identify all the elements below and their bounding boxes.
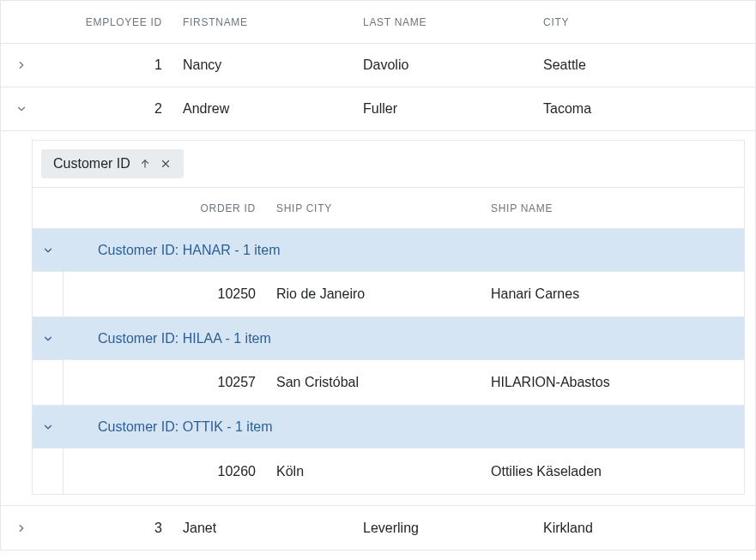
group-drop-area[interactable]: Customer ID: [33, 141, 744, 188]
chevron-down-icon: [42, 244, 54, 256]
grid-header: Employee ID FirstName Last Name City: [1, 1, 755, 44]
chevron-down-icon: [15, 103, 27, 115]
cell-lastname: Davolio: [353, 57, 533, 73]
close-icon[interactable]: [160, 158, 172, 170]
cell-lastname: Fuller: [353, 101, 533, 117]
group-caption: Customer ID: OTTIK - 1 item: [64, 419, 744, 435]
cell-firstname: Andrew: [172, 101, 353, 117]
collapse-toggle[interactable]: [1, 103, 42, 115]
col-order-id[interactable]: Order ID: [94, 202, 266, 214]
cell-ship-city: Köln: [266, 464, 481, 479]
cell-employee-id: 2: [42, 101, 172, 117]
group-collapse-toggle[interactable]: [33, 333, 64, 345]
col-ship-city[interactable]: Ship City: [266, 202, 481, 214]
table-row: 10257 San Cristóbal HILARION-Abastos: [33, 360, 744, 406]
cell-city: Kirkland: [533, 521, 755, 536]
orders-grid-header: Order ID Ship City Ship Name: [33, 188, 744, 229]
col-lastname[interactable]: Last Name: [353, 16, 533, 28]
group-caption: Customer ID: HILAA - 1 item: [64, 331, 744, 346]
group-row[interactable]: Customer ID: OTTIK - 1 item: [33, 406, 744, 449]
chevron-down-icon: [42, 421, 54, 433]
indent-cell: [33, 272, 64, 316]
cell-ship-name: HILARION-Abastos: [481, 375, 744, 390]
table-row: 1 Nancy Davolio Seattle: [1, 44, 755, 87]
col-employee-id[interactable]: Employee ID: [42, 16, 172, 28]
cell-city: Seattle: [533, 57, 755, 73]
chevron-right-icon: [15, 522, 27, 534]
col-city[interactable]: City: [533, 16, 755, 28]
chevron-right-icon: [15, 59, 27, 71]
col-ship-name[interactable]: Ship Name: [481, 202, 744, 214]
cell-employee-id: 1: [42, 57, 172, 73]
group-collapse-toggle[interactable]: [33, 244, 64, 256]
cell-ship-city: San Cristóbal: [266, 375, 481, 390]
cell-ship-name: Ottilies Käseladen: [481, 464, 744, 479]
cell-order-id: 10257: [94, 375, 266, 390]
orders-grid: Customer ID Order ID Ship City Ship Name…: [32, 140, 745, 495]
cell-city: Tacoma: [533, 101, 755, 117]
cell-employee-id: 3: [42, 521, 172, 536]
employee-grid: Employee ID FirstName Last Name City 1 N…: [0, 0, 756, 551]
table-row: 2 Andrew Fuller Tacoma: [1, 87, 755, 131]
table-row: 10260 Köln Ottilies Käseladen: [33, 449, 744, 494]
group-row[interactable]: Customer ID: HILAA - 1 item: [33, 317, 744, 360]
group-indicator[interactable]: Customer ID: [41, 149, 184, 178]
col-firstname[interactable]: FirstName: [172, 16, 353, 28]
chevron-down-icon: [42, 333, 54, 345]
group-row[interactable]: Customer ID: HANAR - 1 item: [33, 229, 744, 272]
expand-toggle[interactable]: [1, 522, 42, 534]
group-chip-label: Customer ID: [53, 156, 130, 172]
cell-ship-name: Hanari Carnes: [481, 286, 744, 302]
indent-cell: [33, 360, 64, 405]
detail-panel: Customer ID Order ID Ship City Ship Name…: [1, 131, 755, 506]
cell-ship-city: Rio de Janeiro: [266, 286, 481, 302]
arrow-up-icon[interactable]: [139, 158, 151, 170]
table-row: 10250 Rio de Janeiro Hanari Carnes: [33, 272, 744, 317]
cell-order-id: 10250: [94, 286, 266, 302]
indent-cell: [33, 449, 64, 494]
cell-lastname: Leverling: [353, 521, 533, 536]
table-row: 3 Janet Leverling Kirkland: [1, 506, 755, 550]
cell-firstname: Janet: [172, 521, 353, 536]
group-caption: Customer ID: HANAR - 1 item: [64, 243, 744, 258]
cell-firstname: Nancy: [172, 57, 353, 73]
expand-toggle[interactable]: [1, 59, 42, 71]
cell-order-id: 10260: [94, 464, 266, 479]
group-collapse-toggle[interactable]: [33, 421, 64, 433]
